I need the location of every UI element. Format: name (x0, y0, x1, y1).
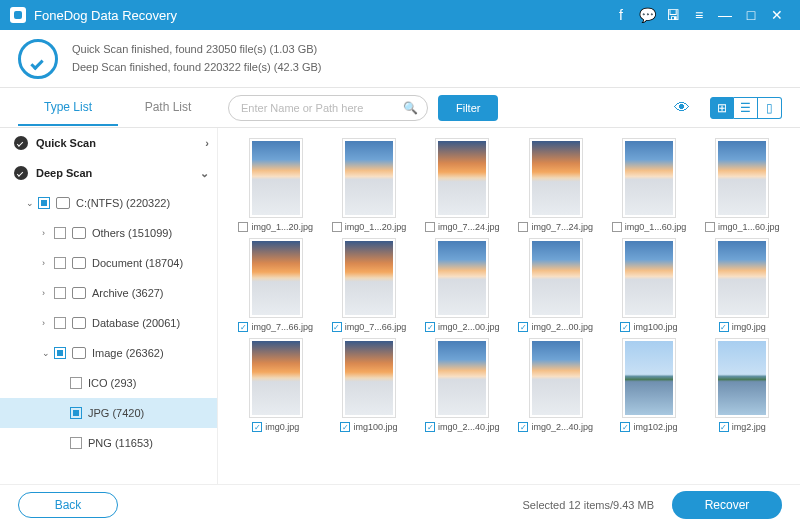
minimize-icon[interactable]: — (712, 2, 738, 28)
thumbnail-image[interactable] (715, 238, 769, 318)
thumbnail-item[interactable]: img0_1...20.jpg (325, 138, 412, 232)
thumbnail-item[interactable]: img0_1...60.jpg (699, 138, 786, 232)
thumbnail-item[interactable]: img102.jpg (605, 338, 692, 432)
checkbox[interactable] (612, 222, 622, 232)
thumbnail-item[interactable]: img100.jpg (325, 338, 412, 432)
thumbnail-image[interactable] (435, 138, 489, 218)
save-icon[interactable]: 🖫 (660, 2, 686, 28)
thumbnail-image[interactable] (249, 338, 303, 418)
thumbnail-image[interactable] (342, 338, 396, 418)
checkbox[interactable] (518, 422, 528, 432)
search-icon[interactable]: 🔍 (403, 101, 418, 115)
thumbnail-item[interactable]: img2.jpg (699, 338, 786, 432)
checkbox[interactable] (54, 317, 66, 329)
checkbox[interactable] (719, 422, 729, 432)
checkbox-partial[interactable] (70, 407, 82, 419)
sidebar-jpg[interactable]: JPG (7420) (0, 398, 217, 428)
selection-status: Selected 12 items/9.43 MB (523, 499, 654, 511)
file-name: img100.jpg (353, 422, 397, 432)
preview-icon[interactable]: 👁 (668, 97, 696, 119)
close-icon[interactable]: ✕ (764, 2, 790, 28)
thumbnail-image[interactable] (529, 138, 583, 218)
search-input[interactable] (228, 95, 428, 121)
checkbox[interactable] (70, 437, 82, 449)
filter-button[interactable]: Filter (438, 95, 498, 121)
thumbnail-image[interactable] (622, 338, 676, 418)
tab-type-list[interactable]: Type List (18, 90, 118, 126)
thumbnail-item[interactable]: img0_2...40.jpg (512, 338, 599, 432)
sidebar-png[interactable]: PNG (11653) (0, 428, 217, 458)
checkbox[interactable] (332, 222, 342, 232)
checkbox[interactable] (54, 227, 66, 239)
sidebar-image[interactable]: ⌄ Image (26362) (0, 338, 217, 368)
dot-icon (14, 166, 28, 180)
grid-view-icon[interactable]: ⊞ (710, 97, 734, 119)
thumbnail-image[interactable] (249, 238, 303, 318)
thumbnail-label: img0_2...40.jpg (512, 422, 599, 432)
thumbnail-image[interactable] (342, 138, 396, 218)
back-button[interactable]: Back (18, 492, 118, 518)
checkbox[interactable] (719, 322, 729, 332)
thumbnail-item[interactable]: img100.jpg (605, 238, 692, 332)
sidebar-document[interactable]: › Document (18704) (0, 248, 217, 278)
thumbnail-image[interactable] (715, 338, 769, 418)
tab-path-list[interactable]: Path List (118, 90, 218, 126)
checkbox[interactable] (425, 422, 435, 432)
menu-icon[interactable]: ≡ (686, 2, 712, 28)
document-icon (72, 257, 86, 269)
checkbox[interactable] (238, 222, 248, 232)
thumbnail-item[interactable]: img0_7...66.jpg (232, 238, 319, 332)
checkbox[interactable] (238, 322, 248, 332)
thumbnail-image[interactable] (715, 138, 769, 218)
sidebar-database[interactable]: › Database (20061) (0, 308, 217, 338)
thumbnail-image[interactable] (342, 238, 396, 318)
checkbox[interactable] (705, 222, 715, 232)
thumbnail-item[interactable]: img0.jpg (699, 238, 786, 332)
thumbnail-image[interactable] (622, 238, 676, 318)
thumbnail-item[interactable]: img0_2...00.jpg (512, 238, 599, 332)
thumbnail-image[interactable] (249, 138, 303, 218)
checkbox[interactable] (620, 422, 630, 432)
image-icon (72, 347, 86, 359)
checkbox[interactable] (252, 422, 262, 432)
detail-view-icon[interactable]: ▯ (758, 97, 782, 119)
maximize-icon[interactable]: □ (738, 2, 764, 28)
thumbnail-image[interactable] (435, 338, 489, 418)
checkbox[interactable] (620, 322, 630, 332)
checkbox-partial[interactable] (54, 347, 66, 359)
sidebar-drive[interactable]: ⌄ C:(NTFS) (220322) (0, 188, 217, 218)
feedback-icon[interactable]: 💬 (634, 2, 660, 28)
sidebar-archive[interactable]: › Archive (3627) (0, 278, 217, 308)
checkbox[interactable] (54, 287, 66, 299)
checkbox[interactable] (70, 377, 82, 389)
file-name: img0_2...40.jpg (438, 422, 500, 432)
sidebar-deep-scan[interactable]: Deep Scan ⌄ (0, 158, 217, 188)
checkbox[interactable] (332, 322, 342, 332)
thumbnail-item[interactable]: img0_2...40.jpg (419, 338, 506, 432)
thumbnail-item[interactable]: img0_2...00.jpg (419, 238, 506, 332)
list-view-icon[interactable]: ☰ (734, 97, 758, 119)
thumbnail-item[interactable]: img0_7...24.jpg (512, 138, 599, 232)
thumbnail-item[interactable]: img0_1...20.jpg (232, 138, 319, 232)
checkbox[interactable] (425, 322, 435, 332)
checkbox[interactable] (518, 222, 528, 232)
thumbnail-image[interactable] (435, 238, 489, 318)
sidebar-ico[interactable]: ICO (293) (0, 368, 217, 398)
checkbox[interactable] (340, 422, 350, 432)
thumbnail-item[interactable]: img0_7...66.jpg (325, 238, 412, 332)
checkbox[interactable] (425, 222, 435, 232)
recover-button[interactable]: Recover (672, 491, 782, 519)
facebook-icon[interactable]: f (608, 2, 634, 28)
thumbnail-image[interactable] (529, 338, 583, 418)
thumbnail-image[interactable] (529, 238, 583, 318)
sidebar-others[interactable]: › Others (151099) (0, 218, 217, 248)
thumbnail-item[interactable]: img0.jpg (232, 338, 319, 432)
deep-scan-status: Deep Scan finished, found 220322 file(s)… (72, 59, 321, 77)
sidebar-quick-scan[interactable]: Quick Scan › (0, 128, 217, 158)
checkbox-partial[interactable] (38, 197, 50, 209)
checkbox[interactable] (54, 257, 66, 269)
thumbnail-image[interactable] (622, 138, 676, 218)
thumbnail-item[interactable]: img0_1...60.jpg (605, 138, 692, 232)
checkbox[interactable] (518, 322, 528, 332)
thumbnail-item[interactable]: img0_7...24.jpg (419, 138, 506, 232)
